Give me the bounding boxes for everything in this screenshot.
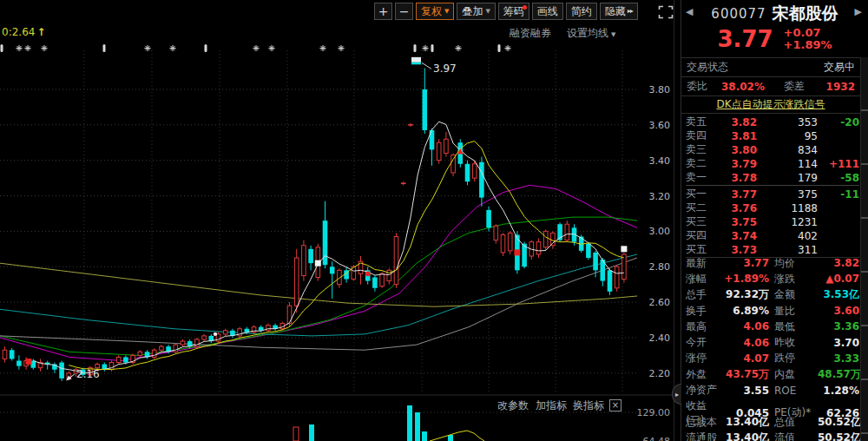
level-delta: +111 [818,158,859,170]
stat-value: 1.28% [818,385,859,397]
stat-label: ROE [769,385,818,397]
toolbar-button-zoom-in[interactable]: + [374,3,392,20]
level-price: 3.77 [712,188,757,201]
level-volume: 311 [757,244,818,256]
stat-value: ▲0.07 [818,273,859,285]
level-label: 买一 [686,187,712,201]
stat-label: 量比 [769,304,818,319]
stat-row: 外盘43.75万内盘48.57万 [686,366,859,382]
stat-value: 13.40亿 [724,431,769,441]
stock-title: 600077 宋都股份 [681,3,868,24]
level-price: 3.78 [712,172,757,184]
stat-label: 总值 [769,415,818,430]
order-book-row[interactable]: 买二3.761188 [686,201,859,214]
order-book-row[interactable]: 卖四3.8195 [686,128,859,142]
order-book-row[interactable]: 卖五3.82353-20 [686,115,859,128]
stat-row: 换手6.89%量比3.60 [686,303,859,319]
level-price: 3.74 [712,230,757,242]
stock-code: 600077 [711,6,766,22]
toolbar-button-overlay[interactable]: 叠加▼ [457,3,495,20]
last-price: 3.77 [717,26,773,52]
stat-label: 总手 [686,287,724,302]
level-label: 卖三 [686,142,712,157]
level-price: 3.80 [712,144,757,156]
stat-value: 13.40亿 [724,415,769,430]
dk-signal-link[interactable]: DK点自动提示涨跌信号 [716,97,825,112]
stat-label: 外盘 [686,367,724,382]
order-book: 卖五3.82353-20卖四3.8195卖三3.80834卖二3.79114+1… [686,115,859,258]
chevron-down-icon: ▼ [611,31,615,38]
toolbar-button-zoom-out[interactable]: − [395,3,413,20]
switch-indicator-link[interactable]: 换指标 [573,398,604,413]
status-value: 交易中 [824,60,855,75]
margin-trading-link[interactable]: 融资融券 [510,26,551,41]
stock-name: 宋都股份 [773,3,838,25]
stat-label: 涨幅 [686,272,724,286]
weibi-value: 38.02% [714,81,765,93]
stat-value: 3.60 [818,305,859,317]
stat-label: 最低 [769,319,818,334]
order-book-row[interactable]: 买四3.74402 [686,228,859,242]
level-price: 3.75 [712,216,757,228]
weicha-label: 委差 [765,79,806,94]
stat-row: 涨停4.07跌停3.33 [686,351,859,366]
svg-text:129.00: 129.00 [637,407,671,418]
ma250-value: 0:2.64 [2,26,35,38]
stat-value: 3.55 [724,385,769,397]
level-price: 3.76 [712,202,757,214]
order-book-row[interactable]: 买三3.751231 [686,214,859,228]
stat-row: 最新3.77均价3.82 [686,255,859,271]
toolbar-button-label: 复权 [421,3,442,19]
panel-scrollbar[interactable] [860,57,868,441]
weicha-value: 1932 [806,81,855,93]
stat-label: 金额 [769,287,818,302]
price-change: +0.07 [784,27,832,39]
level-delta: -11 [818,188,859,201]
toolbar-button-chips[interactable]: 筹码 [498,3,529,20]
level-label: 买二 [686,201,712,215]
order-book-row[interactable]: 买一3.77375-11 [686,187,859,201]
stat-value: 50.52亿 [818,431,861,441]
level-label: 卖一 [686,170,712,185]
quote-panel: ◀ ▶ 600077 宋都股份 3.77 +0.07 +1.89% 交易状态 交… [681,0,868,441]
volume-ma-line [430,431,484,441]
order-book-row[interactable]: 卖三3.80834 [686,142,859,156]
stat-value: 48.57万 [818,367,861,382]
order-book-row[interactable]: 买五3.73311 [686,242,859,256]
fullscreen-icon[interactable] [658,5,674,19]
stats-grid: 最新3.77均价3.82涨幅+1.89%涨跌▲0.07总手92.32万金额3.5… [686,255,859,441]
add-indicator-link[interactable]: 加指标 [536,398,567,413]
kline-chart-canvas[interactable]: 3.972.163.803.603.403.203.002.802.602.40… [0,0,681,441]
stat-label: 今开 [686,335,724,350]
stat-row: 总股本13.40亿总值50.52亿 [686,414,859,430]
trade-status-row: 交易状态 交易中 [681,57,860,77]
toolbar-button-simple[interactable]: 简约 [566,3,597,20]
level-label: 卖五 [686,115,712,129]
price-block: 3.77 +0.07 +1.89% [681,24,868,54]
ma-settings-label: 设置均线 [567,27,608,39]
change-parameter-link[interactable]: 改参数 [497,398,529,413]
level-price: 3.79 [712,158,757,170]
double-arrow-icon: ▸▸ [628,3,633,19]
svg-text:2.60: 2.60 [649,297,671,308]
stat-row: 流通股13.40亿流值50.52亿 [686,430,859,441]
ma-settings-link[interactable]: 设置均线▼ [567,26,615,41]
svg-text:3.20: 3.20 [649,191,671,202]
toolbar-button-hide[interactable]: 隐藏▸▸ [600,3,638,20]
toolbar-button-drawline[interactable]: 画线 [532,3,563,20]
stat-label: 换手 [686,304,724,319]
stat-row: 最高4.06最低3.36 [686,319,859,334]
order-book-row[interactable]: 卖一3.78179-58 [686,170,859,184]
stat-value: 50.52亿 [818,415,861,430]
stat-label: 最高 [686,319,724,334]
toolbar-button-fuquan[interactable]: 复权▼ [416,3,454,20]
stat-label: 跌停 [769,351,818,365]
close-indicator-icon[interactable]: × [609,399,621,411]
level-volume: 179 [757,172,818,184]
notification-dot [523,5,527,10]
stat-value: 6.89% [724,305,769,317]
stat-value: 92.32万 [724,287,769,302]
stat-value: 3.33 [818,352,859,365]
order-book-row[interactable]: 卖二3.79114+111 [686,156,859,170]
chevron-down-icon: ▼ [485,3,490,19]
